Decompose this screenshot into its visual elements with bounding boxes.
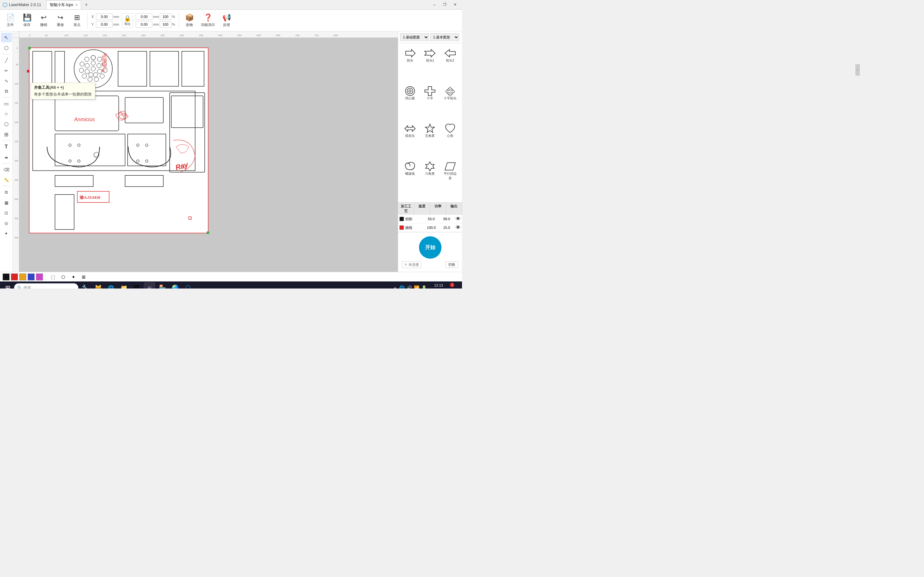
- shape-double-arrow[interactable]: 双前头: [401, 121, 419, 158]
- speaker-icon[interactable]: 🔊: [407, 285, 412, 288]
- grid-tool[interactable]: ⊞: [79, 273, 88, 281]
- network-icon[interactable]: 🌐: [399, 285, 405, 288]
- wifi-icon[interactable]: 📶: [414, 285, 419, 288]
- trace-power[interactable]: 15.0: [439, 226, 454, 229]
- demo-btn[interactable]: ❓ 功能演示: [198, 12, 218, 29]
- taskbar-app-browser[interactable]: 🌐: [105, 282, 117, 288]
- taskbar-app-ai[interactable]: Ai: [144, 282, 155, 288]
- app-name: LaserMaker 2.0.11: [9, 3, 41, 7]
- active-tab[interactable]: 智能小车.lcpx ×: [46, 0, 81, 9]
- trace-speed[interactable]: 100.0: [423, 226, 439, 229]
- battery-icon[interactable]: 🔋: [421, 285, 427, 288]
- svg-point-14: [91, 55, 95, 60]
- canvas-area[interactable]: 并集工具(Alt + +) 将多个图形合并成单一轮廓的图形 0 50 100 1…: [13, 31, 398, 272]
- y-input[interactable]: [96, 21, 113, 27]
- taskbar-app-tools[interactable]: 🔧: [79, 282, 91, 288]
- height-pct-input[interactable]: [160, 21, 171, 27]
- handle-br[interactable]: [207, 231, 209, 234]
- shape-spiral[interactable]: 螺旋线: [401, 159, 419, 200]
- cut-speed[interactable]: 55.0: [423, 217, 439, 221]
- feedback-btn[interactable]: 📢 反馈: [219, 12, 234, 29]
- tool-mountain[interactable]: ⛰: [1, 152, 12, 162]
- taskbar-right: ▲ 🌐 🔊 📶 🔋 12:13 2024/4/16 1 23°C 小雨: [393, 283, 459, 288]
- tool-line[interactable]: ╱: [1, 55, 12, 65]
- handle-tl[interactable]: [28, 47, 31, 49]
- tool-arrange[interactable]: ▦: [1, 198, 12, 207]
- taskbar-app-store[interactable]: 🏪: [157, 282, 168, 288]
- tool-grid[interactable]: ⊞: [1, 129, 12, 139]
- clock: 12:13 2024/4/16: [429, 283, 443, 288]
- tool-circle[interactable]: ○: [1, 109, 12, 119]
- tool-eraser[interactable]: ⌫: [1, 165, 12, 174]
- tab-close[interactable]: ×: [76, 3, 78, 7]
- taskbar-search[interactable]: 🔍 搜索: [14, 284, 78, 288]
- start-button[interactable]: 开始: [419, 236, 441, 259]
- tool-measure[interactable]: 📏: [1, 175, 12, 185]
- tool-text[interactable]: T: [1, 142, 12, 152]
- start-menu-btn[interactable]: ⊞: [3, 283, 13, 288]
- switch-button[interactable]: 切换: [445, 261, 458, 268]
- shape-star5[interactable]: 五角星: [421, 121, 439, 158]
- taskbar-app-edge[interactable]: 🌏: [170, 282, 181, 288]
- taskbar-app-explorer[interactable]: 📁: [118, 282, 129, 288]
- magic-tool[interactable]: ✦: [69, 273, 78, 281]
- height-input[interactable]: [136, 21, 152, 27]
- design-area[interactable]: 2019级5班 第一组 29号 Anmicius: [29, 47, 208, 234]
- file-btn[interactable]: 📄 文件: [3, 12, 18, 29]
- cut-visibility[interactable]: 👁: [454, 216, 462, 222]
- origin-btn[interactable]: ⊞ 原点: [69, 12, 85, 29]
- tool-node[interactable]: ⬡: [1, 43, 12, 53]
- select-lasso-tool[interactable]: ⬡: [59, 273, 68, 281]
- shape-arrow1[interactable]: 前头1: [421, 46, 439, 82]
- tool-pen[interactable]: ✏: [1, 66, 12, 75]
- taskbar-app-lasermaker[interactable]: ⬡: [182, 282, 194, 288]
- color-red[interactable]: [11, 274, 18, 280]
- tool-polygon[interactable]: ⬡: [1, 119, 12, 129]
- category2-select[interactable]: 1.基本图形: [430, 33, 459, 41]
- minimize-btn[interactable]: ─: [430, 1, 439, 8]
- shape-concentric[interactable]: 同心圆: [401, 84, 419, 120]
- y-label: Y: [91, 23, 95, 26]
- tool-select[interactable]: ↖: [1, 33, 12, 42]
- tool-curve[interactable]: ∿: [1, 76, 12, 85]
- tool-copy-shape[interactable]: ⧉: [1, 86, 12, 96]
- color-blue[interactable]: [27, 274, 35, 280]
- shape-arrow[interactable]: 前头: [401, 46, 419, 82]
- color-black[interactable]: [3, 274, 10, 280]
- trace-visibility[interactable]: 👁: [454, 225, 462, 230]
- canvas-viewport[interactable]: 2019级5班 第一组 29号 Anmicius: [19, 38, 398, 272]
- tool-transform[interactable]: ⊡: [1, 208, 12, 218]
- chevron-up-icon[interactable]: ▲: [393, 285, 397, 288]
- restore-btn[interactable]: ❐: [440, 1, 449, 8]
- shape-star6[interactable]: 六角星: [421, 159, 439, 200]
- cut-power[interactable]: 99.0: [439, 217, 454, 221]
- shape-arrow2[interactable]: 前头2: [441, 46, 459, 82]
- demo-label: 功能演示: [201, 23, 215, 27]
- color-purple[interactable]: [36, 274, 43, 280]
- tool-boolean[interactable]: ◎: [1, 218, 12, 228]
- taskbar-app-photos[interactable]: 🖼: [131, 282, 142, 288]
- color-orange[interactable]: [19, 274, 26, 280]
- lock-equal-btn[interactable]: 🔒 等比: [121, 13, 133, 28]
- shape-parallelogram[interactable]: 平行四边形: [441, 159, 459, 200]
- shape-heart[interactable]: 心形: [441, 121, 459, 158]
- svg-marker-62: [425, 124, 435, 133]
- taskbar-app-anim[interactable]: 🐱: [92, 282, 104, 288]
- redo-btn[interactable]: ↪ 重做: [53, 12, 68, 29]
- tool-plugin[interactable]: ✦: [1, 229, 12, 238]
- x-input[interactable]: [96, 13, 113, 20]
- tool-layers[interactable]: ⧉: [1, 187, 12, 197]
- make-btn[interactable]: 📦 造物: [182, 12, 197, 29]
- width-input[interactable]: [136, 13, 152, 20]
- tool-rect[interactable]: ▭: [1, 99, 12, 108]
- width-pct-input[interactable]: [160, 13, 171, 20]
- close-btn[interactable]: ✕: [451, 1, 459, 8]
- category1-select[interactable]: 1.基础图案: [400, 33, 429, 41]
- save-btn[interactable]: 💾 保存: [19, 12, 35, 29]
- undo-btn[interactable]: ↩ 撤销: [36, 12, 51, 29]
- select-rect-tool[interactable]: ⬚: [48, 273, 57, 281]
- ruler-left: 0 50 100 150 200 250 300 350 400 450 500: [13, 38, 19, 272]
- shape-cross-arrow[interactable]: 十字前头: [441, 84, 459, 120]
- new-tab-btn[interactable]: +: [82, 1, 90, 9]
- shape-cross[interactable]: 十字: [421, 84, 439, 120]
